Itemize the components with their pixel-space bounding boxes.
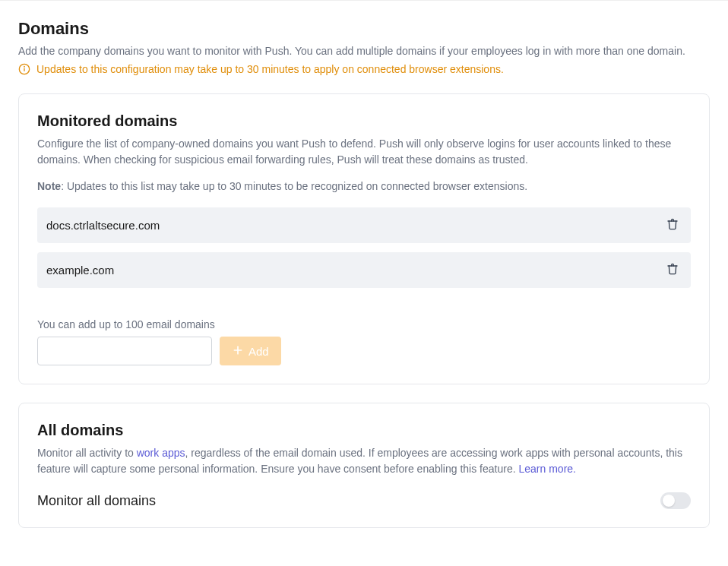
note-text: : Updates to this list may take up to 30…: [61, 180, 527, 192]
add-domain-section: You can add up to 100 email domains Add: [37, 318, 691, 365]
monitor-all-toggle[interactable]: [660, 492, 691, 509]
domain-row: docs.ctrlaltsecure.com: [37, 207, 691, 243]
config-warning: Updates to this configuration may take u…: [18, 63, 710, 75]
trash-icon: [666, 218, 679, 232]
svg-point-2: [24, 66, 25, 67]
add-domain-input[interactable]: [37, 337, 212, 365]
learn-more-link[interactable]: Learn more.: [518, 463, 575, 475]
work-apps-link[interactable]: work apps: [137, 447, 185, 459]
delete-domain-button[interactable]: [663, 215, 682, 236]
all-domains-title: All domains: [37, 422, 691, 439]
add-button-label: Add: [248, 345, 269, 358]
add-domain-button[interactable]: Add: [220, 337, 281, 365]
warning-text: Updates to this configuration may take u…: [36, 63, 504, 75]
monitored-note: Note: Updates to this list may take up t…: [37, 180, 691, 192]
info-icon: [18, 63, 30, 75]
monitored-title: Monitored domains: [37, 112, 691, 130]
monitor-all-label: Monitor all domains: [37, 493, 156, 509]
domain-list: docs.ctrlaltsecure.comexample.com: [37, 207, 691, 288]
all-domains-card: All domains Monitor all activity to work…: [18, 403, 710, 528]
note-label: Note: [37, 180, 61, 192]
toggle-knob: [663, 495, 675, 507]
monitored-domains-card: Monitored domains Configure the list of …: [18, 93, 710, 384]
add-domain-hint: You can add up to 100 email domains: [37, 318, 691, 330]
page-subtitle: Add the company domains you want to moni…: [18, 45, 710, 57]
delete-domain-button[interactable]: [663, 260, 682, 280]
domain-name: example.com: [46, 264, 114, 277]
all-desc-prefix: Monitor all activity to: [37, 447, 137, 459]
plus-icon: [232, 344, 244, 359]
page-title: Domains: [18, 19, 710, 39]
domain-row: example.com: [37, 252, 691, 288]
domain-name: docs.ctrlaltsecure.com: [46, 219, 160, 232]
monitored-description: Configure the list of company-owned doma…: [37, 136, 691, 168]
trash-icon: [666, 263, 679, 277]
all-domains-description: Monitor all activity to work apps, regar…: [37, 445, 691, 477]
